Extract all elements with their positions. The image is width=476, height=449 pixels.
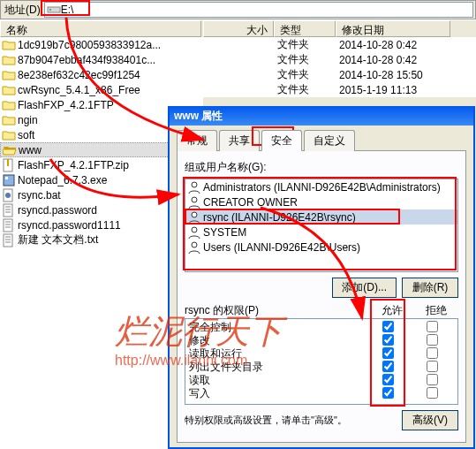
item-label: rsyncd.password1111 <box>18 219 121 232</box>
exe-icon <box>2 173 16 187</box>
folder-open-icon <box>3 143 17 157</box>
detail-row[interactable]: 文件夹2014-10-28 0:42 <box>203 52 476 67</box>
detail-row[interactable]: 文件夹2015-1-19 11:13 <box>203 82 476 97</box>
list-item[interactable]: 1dc919b7c9800593833912a... <box>0 37 203 52</box>
svg-rect-16 <box>4 234 12 247</box>
user-item[interactable]: SYSTEM <box>185 224 457 240</box>
allow-checkbox[interactable] <box>382 334 394 346</box>
allow-checkbox[interactable] <box>382 387 394 399</box>
permission-row: 完全控制 <box>185 321 457 334</box>
properties-titlebar[interactable]: www 属性 <box>170 106 473 126</box>
user-icon <box>187 180 201 194</box>
deny-checkbox[interactable] <box>427 334 438 346</box>
remove-button[interactable]: 删除(R) <box>402 278 458 298</box>
col-header-date[interactable]: 修改日期 <box>336 20 450 37</box>
add-button[interactable]: 添加(D)... <box>332 278 397 298</box>
col-header-size[interactable]: 大小 <box>203 20 274 37</box>
svg-rect-4 <box>4 175 14 186</box>
tab-strip: 常规 共享 安全 自定义 <box>177 129 466 151</box>
svg-rect-8 <box>4 204 12 217</box>
permissions-listbox[interactable]: 完全控制修改读取和运行列出文件夹目录读取写入 <box>185 318 458 405</box>
svg-point-24 <box>192 242 197 247</box>
folder-icon <box>2 113 16 127</box>
allow-checkbox[interactable] <box>382 374 394 385</box>
deny-checkbox[interactable] <box>427 347 438 359</box>
item-label: soft <box>18 129 34 141</box>
folder-icon <box>2 68 16 82</box>
svg-point-23 <box>192 227 197 232</box>
detail-row[interactable]: 文件夹2014-10-28 0:42 <box>203 37 476 52</box>
user-item[interactable]: Administrators (ILANNI-D926E42B\Administ… <box>185 179 457 194</box>
permissions-label: rsync 的权限(P) <box>185 303 370 318</box>
allow-checkbox[interactable] <box>382 321 394 332</box>
user-icon <box>187 210 201 224</box>
group-users-label: 组或用户名称(G): <box>185 160 458 175</box>
folder-icon <box>2 128 16 142</box>
permission-row: 读取和运行 <box>185 347 457 361</box>
col-header-name[interactable]: 名称 <box>0 20 201 37</box>
deny-checkbox[interactable] <box>427 361 438 372</box>
tab-security[interactable]: 安全 <box>261 130 302 151</box>
item-label: 8e238ef632c42ec99f1254 <box>18 69 140 81</box>
tab-share[interactable]: 共享 <box>219 130 260 151</box>
user-item[interactable]: rsync (ILANNI-D926E42B\rsync) <box>185 209 457 224</box>
user-item[interactable]: Users (ILANNI-D926E42B\Users) <box>185 240 457 255</box>
svg-rect-12 <box>4 219 12 232</box>
permission-row: 读取 <box>185 374 457 387</box>
drive-icon <box>47 2 61 19</box>
address-bar: 地址(D) <box>0 0 476 19</box>
item-label: www <box>19 144 42 156</box>
users-listbox[interactable]: Administrators (ILANNI-D926E42B\Administ… <box>185 179 458 272</box>
advanced-button[interactable]: 高级(V) <box>402 410 458 430</box>
item-label: 新建 文本文档.txt <box>18 232 98 247</box>
allow-header: 允许 <box>370 303 414 318</box>
folder-icon <box>2 53 16 67</box>
allow-checkbox[interactable] <box>382 347 394 359</box>
svg-rect-5 <box>5 177 8 179</box>
zip-icon <box>2 158 16 172</box>
user-icon <box>187 225 201 240</box>
item-label: FlashFXP_4.2.1FTP <box>18 99 114 111</box>
svg-point-20 <box>192 182 197 187</box>
deny-checkbox[interactable] <box>427 374 438 385</box>
detail-row[interactable]: 文件夹2014-10-28 15:50 <box>203 67 476 82</box>
permission-row: 写入 <box>185 387 457 400</box>
txt-icon <box>2 203 16 217</box>
col-header-type[interactable]: 类型 <box>274 20 336 37</box>
item-label: ngin <box>18 114 38 126</box>
item-label: Notepad_6.7.3.exe <box>18 174 107 186</box>
svg-point-22 <box>192 212 197 217</box>
detail-list: 文件夹2014-10-28 0:42文件夹2014-10-28 0:42文件夹2… <box>203 37 476 97</box>
item-label: rsyncd.password <box>18 204 97 217</box>
permission-row: 修改 <box>185 334 457 347</box>
folder-icon <box>2 83 16 97</box>
item-label: cwRsync_5.4.1_x86_Free <box>18 84 140 96</box>
item-label: 87b9047ebbaf434f938401c... <box>18 54 155 66</box>
user-item[interactable]: CREATOR OWNER <box>185 194 457 209</box>
svg-rect-1 <box>49 9 51 11</box>
item-label: rsync.bat <box>18 189 61 202</box>
properties-window: www 属性 常规 共享 安全 自定义 组或用户名称(G): Administr… <box>168 106 475 449</box>
tab-custom[interactable]: 自定义 <box>304 130 355 151</box>
item-label: 1dc919b7c9800593833912a... <box>18 39 161 51</box>
bat-icon <box>2 188 16 202</box>
deny-checkbox[interactable] <box>427 321 438 332</box>
advanced-text: 特别权限或高级设置，请单击"高级"。 <box>185 414 347 427</box>
address-label: 地址(D) <box>3 3 44 18</box>
svg-point-7 <box>5 193 11 198</box>
tab-general[interactable]: 常规 <box>177 130 217 151</box>
allow-checkbox[interactable] <box>382 361 394 372</box>
deny-checkbox[interactable] <box>427 387 438 399</box>
txt-icon <box>2 233 16 247</box>
folder-icon <box>2 38 16 52</box>
address-input[interactable] <box>61 4 471 16</box>
item-label: FlashFXP_4.2.1FTP.zip <box>18 159 129 171</box>
txt-icon <box>2 218 16 232</box>
svg-point-21 <box>192 197 197 202</box>
properties-title-text: www 属性 <box>174 109 223 124</box>
list-item[interactable]: cwRsync_5.4.1_x86_Free <box>0 82 203 97</box>
list-item[interactable]: 87b9047ebbaf434f938401c... <box>0 52 203 67</box>
address-input-wrap[interactable] <box>44 2 473 18</box>
deny-header: 拒绝 <box>414 303 458 318</box>
list-item[interactable]: 8e238ef632c42ec99f1254 <box>0 67 203 82</box>
